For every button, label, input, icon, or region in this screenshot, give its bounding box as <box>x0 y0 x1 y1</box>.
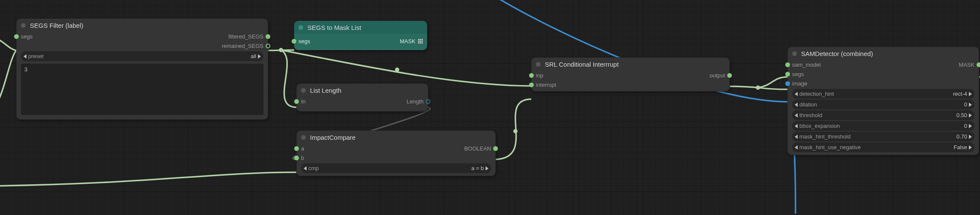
port-label-in: segs <box>21 33 32 40</box>
port-in-segs[interactable] <box>14 34 19 39</box>
node-segs-to-mask[interactable]: SEGS to Mask List segs MASK <box>294 21 427 50</box>
widget-value: False <box>954 144 967 150</box>
chevron-right-icon[interactable] <box>486 166 489 171</box>
widget-value: rect-4 <box>953 91 967 97</box>
widget-value: a = b <box>471 165 484 171</box>
port-label-out: Length <box>306 98 424 105</box>
port-out-length[interactable] <box>426 99 430 104</box>
chevron-left-icon[interactable] <box>23 54 26 59</box>
node-title: SEGS Filter (label) <box>30 22 83 29</box>
port-label-in: segs <box>792 71 804 77</box>
widget-mask-hint-use-negative[interactable]: mask_hint_use_negative False <box>792 142 974 152</box>
port-in-a[interactable] <box>294 146 299 151</box>
port-out-mask[interactable] <box>425 39 430 44</box>
node-sam-detector[interactable]: SAMDetector (combined) sam_model MASK se… <box>787 47 979 155</box>
node-list-length[interactable]: List Length In Length <box>296 83 428 112</box>
port-in-image[interactable] <box>785 81 790 86</box>
chevron-left-icon[interactable] <box>795 135 798 139</box>
chevron-right-icon[interactable] <box>969 145 972 150</box>
widget-name: cmp <box>308 165 319 171</box>
chevron-right-icon[interactable] <box>969 103 972 107</box>
port-label-out: BOOLEAN <box>304 145 491 152</box>
widget-dilation[interactable]: dilation 0 <box>792 100 974 109</box>
port-in-in[interactable] <box>294 99 299 104</box>
chevron-right-icon[interactable] <box>969 135 972 139</box>
port-out-boolean[interactable] <box>493 146 498 151</box>
chevron-right-icon[interactable] <box>969 113 972 118</box>
node-segs-filter[interactable]: SEGS Filter (label) segs filtered_SEGS r… <box>16 18 268 120</box>
node-title: SEGS to Mask List <box>307 24 361 31</box>
widget-value: 0 <box>964 101 967 108</box>
chevron-left-icon[interactable] <box>795 124 798 128</box>
widget-name: mask_hint_threshold <box>799 133 851 140</box>
node-header[interactable]: SEGS Filter (label) <box>17 19 268 32</box>
chevron-right-icon[interactable] <box>258 54 261 59</box>
port-out-filtered[interactable] <box>266 34 270 39</box>
port-label-in: b <box>301 155 304 161</box>
widget-name: detection_hint <box>799 91 834 97</box>
node-header[interactable]: SRL Conditional Interrrupt <box>532 58 729 71</box>
port-in-interrupt[interactable] <box>529 82 534 87</box>
collapse-dot-icon[interactable] <box>301 135 306 140</box>
port-label-in: image <box>792 80 807 87</box>
node-header[interactable]: SAMDetector (combined) <box>788 47 979 60</box>
widget-cmp[interactable]: cmp a = b <box>301 163 491 173</box>
port-in-b[interactable] <box>294 156 299 160</box>
widget-value: all <box>251 53 256 59</box>
widget-name: dilation <box>799 101 817 108</box>
collapse-dot-icon[interactable] <box>536 62 541 67</box>
widget-threshold[interactable]: threshold 0.50 <box>792 110 974 120</box>
node-title: SRL Conditional Interrrupt <box>545 61 619 68</box>
node-impact-compare[interactable]: ImpactCompare a BOOLEAN b cmp a = b <box>296 130 496 176</box>
port-label-in: interrupt <box>536 82 556 88</box>
node-graph-canvas[interactable]: SEGS Filter (label) segs filtered_SEGS r… <box>0 0 980 215</box>
collapse-dot-icon[interactable] <box>298 25 303 30</box>
node-title: List Length <box>310 87 341 94</box>
widget-detection-hint[interactable]: detection_hint rect-4 <box>792 89 974 99</box>
node-header[interactable]: ImpactCompare <box>297 131 495 144</box>
chevron-left-icon[interactable] <box>795 103 798 107</box>
chevron-right-icon[interactable] <box>969 92 972 96</box>
collapse-dot-icon[interactable] <box>301 88 306 93</box>
widget-value: 0.70 <box>957 133 967 140</box>
widget-mask-hint-threshold[interactable]: mask_hint_threshold 0.70 <box>792 132 974 141</box>
widget-preset[interactable]: preset all <box>21 51 263 61</box>
port-out-mask[interactable] <box>977 62 980 67</box>
port-label-out: MASK <box>310 38 415 44</box>
collapse-dot-icon[interactable] <box>792 51 797 56</box>
node-srl-interrupt[interactable]: SRL Conditional Interrrupt inp output in… <box>531 57 730 91</box>
port-in-segs[interactable] <box>785 72 790 77</box>
chevron-left-icon[interactable] <box>795 145 798 150</box>
svg-point-3 <box>756 85 760 90</box>
port-in-inp[interactable] <box>529 73 534 78</box>
chevron-left-icon[interactable] <box>795 113 798 118</box>
grid-output-icon <box>418 39 423 44</box>
port-label-in: In <box>301 98 306 105</box>
collapse-dot-icon[interactable] <box>21 23 26 28</box>
widget-name: threshold <box>799 112 822 118</box>
chevron-left-icon[interactable] <box>795 92 798 96</box>
widget-bbox-expansion[interactable]: bbox_expansion 0 <box>792 121 974 131</box>
port-label-out: remained_SEGS <box>21 43 263 49</box>
port-label-in: segs <box>298 38 310 44</box>
port-label-in: inp <box>536 72 543 79</box>
port-out-output[interactable] <box>727 73 732 78</box>
node-header[interactable]: SEGS to Mask List <box>294 21 427 34</box>
port-in-segs[interactable] <box>292 39 296 44</box>
widget-text-input[interactable]: 3 <box>21 64 263 115</box>
node-title: ImpactCompare <box>310 134 356 141</box>
text-value: 3 <box>24 66 27 73</box>
widget-value: 0 <box>964 123 967 129</box>
svg-point-1 <box>395 68 399 72</box>
port-label-in: sam_model <box>792 62 821 68</box>
chevron-right-icon[interactable] <box>969 124 972 128</box>
node-title: SAMDetector (combined) <box>801 50 873 57</box>
port-in-sam-model[interactable] <box>785 62 790 67</box>
port-out-remained[interactable] <box>266 44 270 48</box>
svg-point-2 <box>513 129 518 133</box>
widget-value: 0.50 <box>957 112 967 118</box>
node-header[interactable]: List Length <box>297 84 428 97</box>
widget-name: preset <box>28 53 44 59</box>
chevron-left-icon[interactable] <box>304 166 307 171</box>
port-label-out: output <box>543 72 725 79</box>
